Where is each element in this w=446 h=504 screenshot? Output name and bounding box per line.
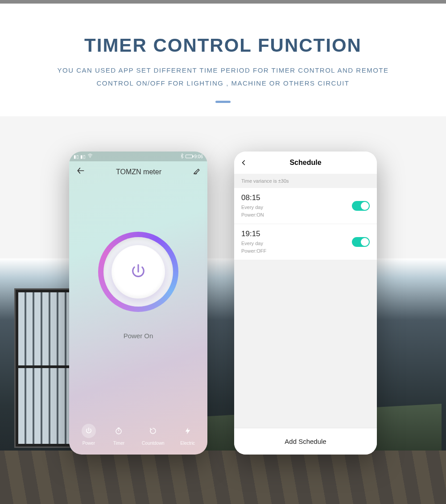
edit-icon[interactable] [192, 167, 200, 177]
schedule-time: 08:15 [241, 193, 264, 202]
schedule-title: Schedule [289, 159, 321, 167]
timer-icon [115, 427, 123, 435]
battery-icon [186, 155, 193, 158]
hero: TIMER CONTROL FUNCTION YOU CAN USED APP … [0, 4, 446, 116]
tab-label: Countdown [142, 441, 165, 446]
power-ring [98, 232, 178, 312]
tab-label: Power [83, 441, 95, 446]
svg-point-0 [90, 157, 91, 158]
tab-electric[interactable]: Electric [180, 424, 195, 446]
schedule-power: Power:ON [241, 211, 264, 219]
schedule-item[interactable]: 08:15 Every day Power:ON [234, 188, 377, 224]
hero-subtitle: YOU CAN USED APP SET DIFFERENT TIME PERI… [45, 64, 401, 90]
power-icon [129, 262, 148, 281]
tab-countdown[interactable]: Countdown [142, 424, 165, 446]
wifi-icon [87, 154, 93, 159]
schedule-toggle[interactable] [352, 237, 370, 247]
add-schedule-button[interactable]: Add Schedule [234, 428, 377, 455]
status-time: 9:06 [194, 154, 203, 159]
bolt-icon [184, 427, 192, 435]
hero-title: TIMER CONTROL FUNCTION [18, 35, 428, 56]
tab-bar: Power Timer Countdown Electric [69, 418, 207, 455]
bluetooth-icon [180, 153, 184, 160]
schedule-time: 19:15 [241, 229, 266, 238]
power-status-label: Power On [69, 332, 207, 340]
hero-divider [215, 101, 231, 103]
countdown-icon [149, 427, 157, 435]
app-title: TOMZN meter [116, 168, 161, 176]
phone-schedule: Schedule Time variance is ±30s 08:15 Eve… [234, 152, 377, 455]
phone-power-control: ▮▯ ▮▯ 9:06 TOMZN meter [69, 152, 207, 455]
schedule-body [234, 260, 377, 428]
back-icon[interactable] [76, 166, 85, 178]
back-icon[interactable] [240, 158, 247, 168]
schedule-power: Power:OFF [241, 247, 266, 255]
tab-label: Timer [113, 441, 124, 446]
app-bar: TOMZN meter [69, 161, 207, 183]
tab-timer[interactable]: Timer [112, 424, 126, 446]
schedule-header: Schedule [234, 152, 377, 174]
power-button[interactable] [112, 245, 165, 299]
status-bar: ▮▯ ▮▯ 9:06 [69, 152, 207, 161]
schedule-toggle[interactable] [352, 201, 370, 211]
power-icon [85, 427, 93, 435]
schedule-repeat: Every day [241, 204, 264, 211]
decorative-bar [0, 0, 446, 4]
schedule-item[interactable]: 19:15 Every day Power:OFF [234, 224, 377, 260]
tab-power[interactable]: Power [82, 424, 96, 446]
signal-icon: ▮▯ ▮▯ [74, 154, 86, 159]
tab-label: Electric [180, 441, 195, 446]
schedule-note: Time variance is ±30s [234, 174, 377, 188]
schedule-repeat: Every day [241, 240, 266, 247]
